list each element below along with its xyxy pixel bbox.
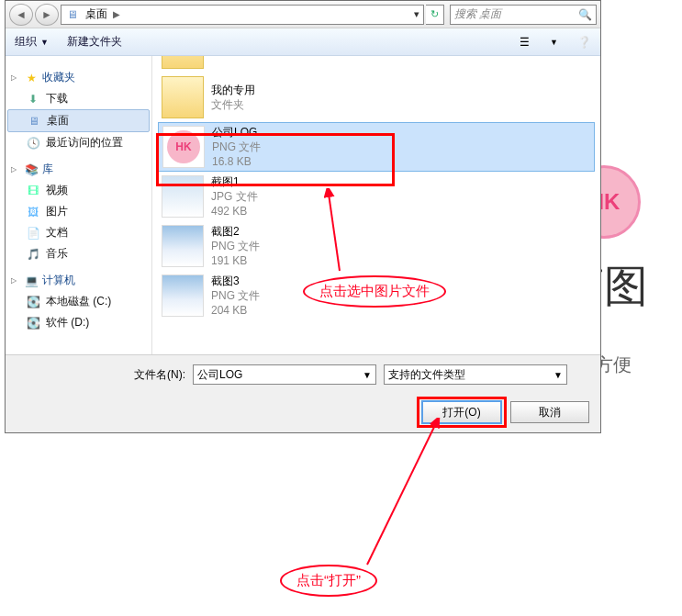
chevron-down-icon[interactable]: ▼ xyxy=(550,38,558,47)
list-item[interactable]: 文件夹 xyxy=(158,56,595,73)
file-list-pane[interactable]: 文件夹 我的专用文件夹 HK 公司LOGPNG 文件16.8 KB 截图1JPG… xyxy=(152,56,600,354)
document-icon: 📄 xyxy=(26,226,40,241)
list-item[interactable]: 截图2PNG 文件191 KB xyxy=(158,221,595,271)
sidebar-item-pictures[interactable]: 🖼图片 xyxy=(7,201,150,222)
breadcrumb[interactable]: 🖥 桌面 ▶ ▾ xyxy=(61,5,424,25)
video-icon: 🎞 xyxy=(26,184,40,198)
search-icon: 🔍 xyxy=(578,8,592,21)
dialog-body: ▷★收藏夹 ⬇下载 🖥桌面 🕓最近访问的位置 ▷📚库 🎞视频 🖼图片 📄文档 🎵… xyxy=(6,56,600,354)
open-button[interactable]: 打开(O) xyxy=(422,401,501,423)
disk-icon: 💽 xyxy=(26,295,40,309)
chevron-down-icon: ▼ xyxy=(553,370,563,380)
sidebar-item-documents[interactable]: 📄文档 xyxy=(7,222,150,243)
computer-icon: 💻 xyxy=(24,274,39,288)
cancel-button[interactable]: 取消 xyxy=(510,401,589,423)
disk-icon: 💽 xyxy=(26,316,40,330)
recent-icon: 🕓 xyxy=(26,136,40,151)
back-button[interactable]: ◄ xyxy=(9,4,33,26)
new-folder-button[interactable]: 新建文件夹 xyxy=(67,34,122,50)
help-icon[interactable]: ❔ xyxy=(576,35,591,50)
png-thumbnail xyxy=(162,225,204,267)
desktop-icon: 🖥 xyxy=(65,7,80,22)
dialog-footer: 文件名(N): 公司LOG▼ 支持的文件类型▼ 打开(O) 取消 xyxy=(6,354,600,432)
view-options-icon[interactable]: ☰ xyxy=(517,35,531,50)
sidebar-favorites-header[interactable]: ▷★收藏夹 xyxy=(7,67,150,88)
annotation-callout-select: 点击选中图片文件 xyxy=(303,275,446,308)
sidebar-item-music[interactable]: 🎵音乐 xyxy=(7,243,150,264)
search-input[interactable]: 搜索 桌面 🔍 xyxy=(450,5,597,25)
sidebar-item-video[interactable]: 🎞视频 xyxy=(7,180,150,201)
filename-label: 文件名(N): xyxy=(134,367,185,383)
folder-icon xyxy=(162,56,204,69)
nav-bar: ◄ ► 🖥 桌面 ▶ ▾ ↻ 搜索 桌面 🔍 xyxy=(6,1,600,28)
sidebar-item-drive-c[interactable]: 💽本地磁盘 (C:) xyxy=(7,291,150,312)
nav-sidebar: ▷★收藏夹 ⬇下载 🖥桌面 🕓最近访问的位置 ▷📚库 🎞视频 🖼图片 📄文档 🎵… xyxy=(6,56,152,354)
organize-menu[interactable]: 组织 ▼ xyxy=(15,34,49,50)
annotation-arrow-open xyxy=(358,418,468,574)
folder-icon xyxy=(162,76,204,118)
chevron-down-icon: ▼ xyxy=(363,370,372,380)
filename-combo[interactable]: 公司LOG▼ xyxy=(193,364,376,385)
file-type-filter[interactable]: 支持的文件类型▼ xyxy=(384,364,567,385)
sidebar-item-desktop[interactable]: 🖥桌面 xyxy=(7,109,150,132)
list-item[interactable]: 我的专用文件夹 xyxy=(158,73,595,122)
sidebar-item-downloads[interactable]: ⬇下载 xyxy=(7,88,150,109)
chevron-down-icon: ▼ xyxy=(40,38,49,47)
list-item[interactable]: 截图1JPG 文件492 KB xyxy=(158,172,595,221)
search-placeholder: 搜索 桌面 xyxy=(454,6,501,22)
annotation-callout-open: 点击“打开” xyxy=(280,565,377,597)
path-dropdown-icon[interactable]: ▾ xyxy=(414,8,419,20)
organize-label: 组织 xyxy=(15,34,37,50)
sidebar-item-recent[interactable]: 🕓最近访问的位置 xyxy=(7,132,150,153)
download-icon: ⬇ xyxy=(26,92,40,106)
command-toolbar: 组织 ▼ 新建文件夹 ☰ ▼ ❔ xyxy=(6,28,600,56)
sidebar-item-drive-d[interactable]: 💽软件 (D:) xyxy=(7,312,150,333)
png-thumbnail xyxy=(162,274,204,317)
forward-button[interactable]: ► xyxy=(35,4,59,26)
star-icon: ★ xyxy=(24,71,39,85)
library-icon: 📚 xyxy=(24,162,39,177)
picture-icon: 🖼 xyxy=(26,205,40,219)
music-icon: 🎵 xyxy=(26,247,40,262)
desktop-icon: 🖥 xyxy=(27,114,41,129)
sidebar-computer-header[interactable]: ▷💻计算机 xyxy=(7,270,150,291)
list-item-selected[interactable]: HK 公司LOGPNG 文件16.8 KB xyxy=(158,122,595,172)
png-thumbnail: HK xyxy=(162,126,205,168)
path-segment[interactable]: 桌面 xyxy=(85,6,107,22)
jpg-thumbnail xyxy=(162,175,204,218)
chevron-right-icon[interactable]: ▶ xyxy=(113,9,120,19)
file-open-dialog: ◄ ► 🖥 桌面 ▶ ▾ ↻ 搜索 桌面 🔍 组织 ▼ 新建文件夹 ☰ ▼ ❔ … xyxy=(5,0,601,433)
sidebar-libraries-header[interactable]: ▷📚库 xyxy=(7,159,150,180)
refresh-button[interactable]: ↻ xyxy=(426,5,444,25)
svg-line-1 xyxy=(367,423,436,565)
